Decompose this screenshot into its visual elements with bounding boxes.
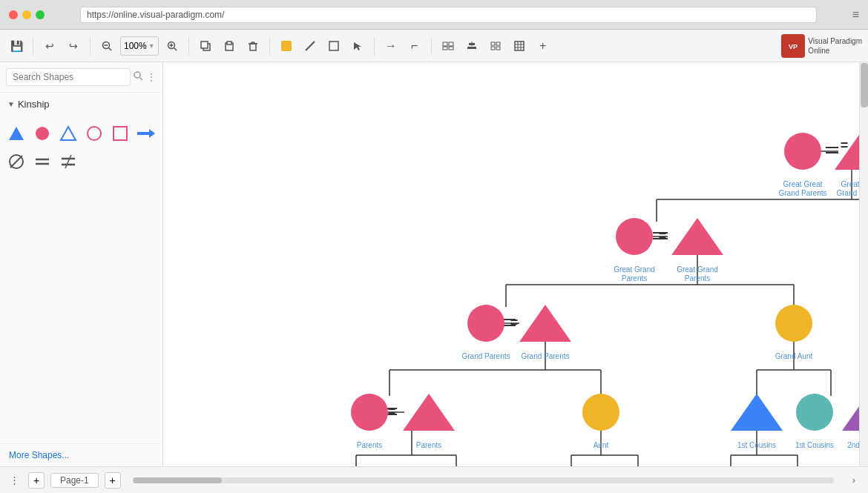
- svg-text:=: =: [510, 315, 519, 330]
- svg-rect-21: [449, 42, 453, 46]
- svg-text:=: =: [388, 404, 396, 419]
- layout-tool[interactable]: [485, 36, 506, 56]
- svg-text:Great Grand: Great Grand: [614, 265, 655, 274]
- minimize-button[interactable]: [22, 10, 31, 19]
- connector-tool[interactable]: ⌐: [404, 36, 425, 56]
- delete-button[interactable]: [243, 36, 263, 56]
- svg-rect-29: [491, 47, 495, 50]
- zoom-out-button[interactable]: [96, 36, 117, 56]
- svg-marker-120: [519, 305, 571, 342]
- canvas-scroll[interactable]: = Great Great Grand Parents Great Great …: [163, 62, 868, 466]
- svg-text:Aunt: Aunt: [594, 441, 609, 449]
- zoom-control[interactable]: 100% ▼: [120, 36, 159, 56]
- svg-text:Parents: Parents: [685, 274, 710, 282]
- svg-rect-26: [467, 47, 476, 49]
- vp-logo-text: Visual Paradigm Online: [808, 36, 862, 56]
- diagram-svg: = Great Great Grand Parents Great Great …: [163, 62, 868, 466]
- kinship-label: Kinship: [18, 99, 50, 110]
- svg-point-110: [616, 218, 653, 255]
- close-button[interactable]: [9, 10, 18, 19]
- shape-equals[interactable]: [32, 150, 53, 173]
- svg-text:Parents: Parents: [416, 441, 441, 449]
- sep5: [374, 37, 375, 55]
- more-shapes-link[interactable]: More Shapes...: [0, 443, 162, 466]
- svg-marker-131: [403, 394, 455, 431]
- save-button[interactable]: 💾: [6, 36, 27, 56]
- shape-not-equals[interactable]: [58, 150, 79, 173]
- add-page-button[interactable]: +: [28, 472, 45, 489]
- svg-rect-30: [496, 47, 500, 50]
- shape-outline-triangle[interactable]: [58, 122, 79, 145]
- svg-rect-18: [329, 42, 338, 50]
- fill-color-button[interactable]: [276, 36, 297, 56]
- svg-rect-22: [443, 47, 447, 50]
- svg-line-17: [306, 42, 315, 50]
- scrollbar-thumb[interactable]: [861, 63, 868, 107]
- shape-style-button[interactable]: [323, 36, 344, 56]
- sidebar-menu-button[interactable]: ⋮: [146, 71, 157, 83]
- scroll-right-button[interactable]: ›: [846, 472, 862, 489]
- svg-text:Great Grand: Great Grand: [677, 265, 718, 274]
- paste-button[interactable]: [219, 36, 240, 56]
- vertical-scrollbar[interactable]: [859, 62, 868, 466]
- sep1: [33, 37, 33, 55]
- svg-rect-11: [250, 44, 256, 50]
- shape-filled-circle[interactable]: [32, 122, 53, 145]
- traffic-lights: [9, 10, 45, 19]
- shapes-grid: [0, 116, 162, 179]
- svg-rect-31: [515, 42, 524, 50]
- vp-logo-area: VP Visual Paradigm Online: [781, 34, 862, 58]
- grid-tool[interactable]: [509, 36, 530, 56]
- pointer-button[interactable]: [347, 36, 368, 56]
- sep6: [431, 37, 432, 55]
- line-color-button[interactable]: [300, 36, 320, 56]
- svg-marker-19: [354, 42, 361, 50]
- shape-arrow[interactable]: [135, 122, 157, 145]
- horizontal-scrollbar[interactable]: [133, 477, 834, 483]
- new-page-button[interactable]: +: [105, 472, 121, 489]
- zoom-dropdown-icon[interactable]: ▼: [148, 42, 155, 50]
- group-tool[interactable]: [438, 36, 458, 56]
- align-tool[interactable]: [461, 36, 482, 56]
- url-text: https://online.visual-paradigm.com/: [87, 10, 224, 20]
- svg-point-139: [796, 394, 833, 431]
- titlebar: https://online.visual-paradigm.com/ ≡: [0, 0, 868, 30]
- hamburger-menu[interactable]: ≡: [852, 8, 859, 21]
- shape-outline-circle[interactable]: [84, 122, 105, 145]
- svg-point-103: [784, 133, 821, 170]
- search-icon: [134, 71, 143, 83]
- maximize-button[interactable]: [36, 10, 45, 19]
- svg-text:Grand Parents: Grand Parents: [521, 352, 569, 360]
- shape-filled-triangle[interactable]: [6, 122, 27, 145]
- search-input[interactable]: [6, 68, 131, 86]
- svg-text:Grand Parents: Grand Parents: [778, 189, 826, 197]
- svg-text:Parents: Parents: [622, 274, 647, 282]
- sep2: [90, 37, 91, 55]
- svg-rect-20: [443, 42, 447, 46]
- kinship-expand-icon[interactable]: ▼: [7, 100, 15, 108]
- copy-button[interactable]: [195, 36, 216, 56]
- svg-rect-16: [281, 41, 292, 51]
- page-tab[interactable]: Page-1: [50, 473, 99, 488]
- svg-line-4: [174, 47, 177, 50]
- svg-marker-45: [137, 129, 155, 138]
- zoom-in-button[interactable]: [162, 36, 183, 56]
- h-scrollbar-thumb[interactable]: [133, 477, 222, 483]
- svg-text:VP: VP: [789, 43, 798, 50]
- svg-text:Grand Parents: Grand Parents: [461, 352, 510, 360]
- svg-text:=: =: [841, 138, 849, 153]
- svg-point-124: [775, 305, 812, 342]
- shape-outline-square[interactable]: [109, 122, 131, 145]
- redo-button[interactable]: ↪: [63, 36, 84, 56]
- arrow-tool[interactable]: →: [381, 36, 401, 56]
- sidebar-collapse-button[interactable]: ⋮: [6, 472, 22, 489]
- canvas-area[interactable]: = Great Great Grand Parents Great Great …: [163, 62, 868, 466]
- svg-rect-28: [496, 42, 500, 45]
- add-tool[interactable]: +: [533, 36, 553, 56]
- toolbar: 💾 ↩ ↪ 100% ▼ → ⌐: [0, 30, 868, 62]
- vp-logo-icon: VP: [781, 34, 805, 58]
- url-bar[interactable]: https://online.visual-paradigm.com/: [80, 7, 817, 23]
- shape-no-symbol[interactable]: [6, 150, 27, 173]
- undo-button[interactable]: ↩: [39, 36, 60, 56]
- svg-text:Grand Aunt: Grand Aunt: [775, 352, 813, 360]
